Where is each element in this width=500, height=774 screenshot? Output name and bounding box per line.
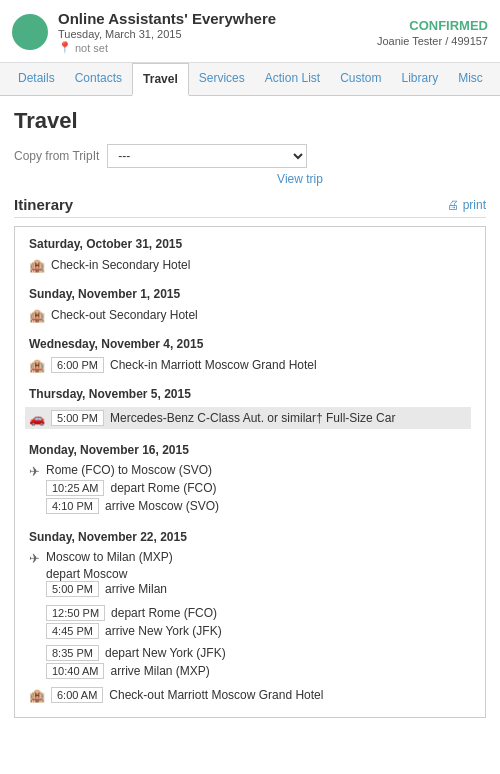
- event-row: 🏨 6:00 PM Check-in Marriott Moscow Grand…: [29, 357, 471, 373]
- flight-time-row: 4:45 PM arrive New York (JFK): [46, 623, 471, 639]
- tripit-label: Copy from TripIt: [14, 149, 99, 163]
- location-pin-icon: 📍: [58, 41, 72, 54]
- hotel-icon: 🏨: [29, 258, 45, 273]
- status-badge: CONFIRMED: [377, 18, 488, 33]
- event-desc: Check-out Secondary Hotel: [51, 308, 198, 322]
- event-row: ✈ Rome (FCO) to Moscow (SVO) 10:25 AM de…: [29, 463, 471, 516]
- event-row-car: 🚗 5:00 PM Mercedes-Benz C-Class Aut. or …: [25, 407, 471, 429]
- event-content: Moscow to Milan (MXP) depart Moscow 5:00…: [46, 550, 471, 599]
- flight-time-row: 10:25 AM depart Rome (FCO): [46, 480, 471, 496]
- avatar: [12, 14, 48, 50]
- time-badge: 12:50 PM: [46, 605, 105, 621]
- event-content: Check-in Secondary Hotel: [51, 257, 471, 272]
- itinerary-title: Itinerary: [14, 196, 73, 213]
- flight-route: Moscow to Milan (MXP): [46, 550, 471, 564]
- page-title: Travel: [14, 108, 486, 134]
- tab-services[interactable]: Services: [189, 63, 255, 95]
- time-badge: 4:45 PM: [46, 623, 99, 639]
- printer-icon: 🖨: [447, 198, 459, 212]
- tab-misc[interactable]: Misc: [448, 63, 493, 95]
- day-label: Sunday, November 22, 2015: [29, 530, 471, 544]
- event-content: 6:00 AM Check-out Marriott Moscow Grand …: [51, 687, 471, 703]
- event-row: 🏨 Check-in Secondary Hotel: [29, 257, 471, 273]
- flight-leg-desc: arrive Milan: [105, 582, 167, 596]
- flight-sub: depart Moscow: [46, 567, 471, 581]
- time-badge: 10:25 AM: [46, 480, 104, 496]
- event-desc: Check-in Secondary Hotel: [51, 258, 190, 272]
- event-content: 6:00 PM Check-in Marriott Moscow Grand H…: [51, 357, 471, 373]
- flight-leg-desc: depart Rome (FCO): [111, 606, 217, 620]
- flight-route: Rome (FCO) to Moscow (SVO): [46, 463, 471, 477]
- flight-icon: ✈: [29, 551, 40, 566]
- day-label: Monday, November 16, 2015: [29, 443, 471, 457]
- day-label: Sunday, November 1, 2015: [29, 287, 471, 301]
- event-row: ✈ 12:50 PM depart Rome (FCO) 4:45 PM arr…: [29, 605, 471, 641]
- time-badge: 5:00 PM: [46, 581, 99, 597]
- time-badge: 10:40 AM: [46, 663, 104, 679]
- day-label: Thursday, November 5, 2015: [29, 387, 471, 401]
- header-user: Joanie Tester / 499157: [377, 35, 488, 47]
- header: Online Assistants' Everywhere Tuesday, M…: [0, 0, 500, 63]
- event-line: 6:00 AM Check-out Marriott Moscow Grand …: [51, 687, 471, 703]
- tab-travel[interactable]: Travel: [132, 63, 189, 96]
- tab-details[interactable]: Details: [8, 63, 65, 95]
- event-row: ✈ 8:35 PM depart New York (JFK) 10:40 AM…: [29, 645, 471, 681]
- flight-leg-desc: arrive New York (JFK): [105, 624, 222, 638]
- hotel-icon: 🏨: [29, 688, 45, 703]
- view-trip-link[interactable]: View trip: [114, 172, 486, 186]
- page-content: Travel Copy from TripIt --- View trip It…: [0, 96, 500, 730]
- tab-contacts[interactable]: Contacts: [65, 63, 132, 95]
- event-row: 🏨 Check-out Secondary Hotel: [29, 307, 471, 323]
- event-line: 6:00 PM Check-in Marriott Moscow Grand H…: [51, 357, 471, 373]
- day-label: Saturday, October 31, 2015: [29, 237, 471, 251]
- flight-leg-desc: depart Rome (FCO): [110, 481, 216, 495]
- nav-tabs: Details Contacts Travel Services Action …: [0, 63, 500, 96]
- itinerary-section-header: Itinerary 🖨 print: [14, 196, 486, 218]
- tab-custom[interactable]: Custom: [330, 63, 391, 95]
- time-badge: 6:00 AM: [51, 687, 103, 703]
- day-block: Saturday, October 31, 2015 🏨 Check-in Se…: [29, 237, 471, 273]
- tab-library[interactable]: Library: [391, 63, 448, 95]
- day-block: Thursday, November 5, 2015 🚗 5:00 PM Mer…: [29, 387, 471, 429]
- header-info: Online Assistants' Everywhere Tuesday, M…: [58, 10, 377, 54]
- event-line: 5:00 PM Mercedes-Benz C-Class Aut. or si…: [51, 410, 467, 426]
- event-content: 5:00 PM Mercedes-Benz C-Class Aut. or si…: [51, 410, 467, 426]
- day-block: Wednesday, November 4, 2015 🏨 6:00 PM Ch…: [29, 337, 471, 373]
- day-label: Wednesday, November 4, 2015: [29, 337, 471, 351]
- flight-time-row: 8:35 PM depart New York (JFK): [46, 645, 471, 661]
- time-badge: 4:10 PM: [46, 498, 99, 514]
- flight-icon: ✈: [29, 464, 40, 479]
- day-block: Monday, November 16, 2015 ✈ Rome (FCO) t…: [29, 443, 471, 516]
- flight-time-row: 4:10 PM arrive Moscow (SVO): [46, 498, 471, 514]
- day-block: Sunday, November 22, 2015 ✈ Moscow to Mi…: [29, 530, 471, 703]
- event-content: Rome (FCO) to Moscow (SVO) 10:25 AM depa…: [46, 463, 471, 516]
- time-badge: 6:00 PM: [51, 357, 104, 373]
- itinerary-box: Saturday, October 31, 2015 🏨 Check-in Se…: [14, 226, 486, 718]
- time-badge: 5:00 PM: [51, 410, 104, 426]
- flight-time-row: 10:40 AM arrive Milan (MXP): [46, 663, 471, 679]
- tripit-select[interactable]: ---: [107, 144, 307, 168]
- event-content: 8:35 PM depart New York (JFK) 10:40 AM a…: [46, 645, 471, 681]
- header-location: 📍 not set: [58, 41, 377, 54]
- car-icon: 🚗: [29, 411, 45, 426]
- event-row: ✈ Moscow to Milan (MXP) depart Moscow 5:…: [29, 550, 471, 599]
- event-desc: Check-in Marriott Moscow Grand Hotel: [110, 358, 317, 372]
- flight-time-row: 5:00 PM arrive Milan: [46, 581, 471, 597]
- flight-leg-desc: arrive Milan (MXP): [110, 664, 209, 678]
- print-link[interactable]: 🖨 print: [447, 198, 486, 212]
- event-content: 12:50 PM depart Rome (FCO) 4:45 PM arriv…: [46, 605, 471, 641]
- time-badge: 8:35 PM: [46, 645, 99, 661]
- event-desc: Check-out Marriott Moscow Grand Hotel: [109, 688, 323, 702]
- company-name: Online Assistants' Everywhere: [58, 10, 377, 27]
- event-desc: Mercedes-Benz C-Class Aut. or similar† F…: [110, 411, 395, 425]
- hotel-icon: 🏨: [29, 358, 45, 373]
- event-row: 🏨 6:00 AM Check-out Marriott Moscow Gran…: [29, 687, 471, 703]
- header-status: CONFIRMED Joanie Tester / 499157: [377, 18, 488, 47]
- header-date: Tuesday, March 31, 2015: [58, 28, 377, 40]
- tab-action-list[interactable]: Action List: [255, 63, 330, 95]
- flight-leg-desc: arrive Moscow (SVO): [105, 499, 219, 513]
- day-block: Sunday, November 1, 2015 🏨 Check-out Sec…: [29, 287, 471, 323]
- hotel-icon: 🏨: [29, 308, 45, 323]
- event-content: Check-out Secondary Hotel: [51, 307, 471, 322]
- flight-time-row: 12:50 PM depart Rome (FCO): [46, 605, 471, 621]
